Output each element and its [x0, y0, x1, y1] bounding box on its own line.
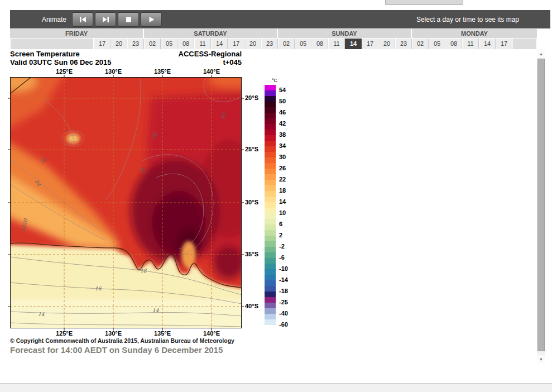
time-cell-monday-02[interactable]: 02 [412, 39, 429, 49]
time-cell-sunday-23[interactable]: 23 [395, 39, 412, 49]
day-header-friday[interactable]: FRIDAY [10, 29, 143, 38]
lon-label: 130°E [99, 68, 127, 75]
time-cell-saturday-20[interactable]: 20 [244, 39, 261, 49]
legend-label: -2 [279, 243, 285, 250]
scroll-up-arrow-icon[interactable]: ▲ [537, 50, 545, 58]
skip-to-start-icon [79, 16, 87, 23]
timeline: FRIDAYSATURDAYSUNDAYMONDAY 1720230205081… [10, 29, 537, 49]
legend-value-labels: 54504642383430262218141062-2-6-10-14-18-… [279, 85, 304, 325]
legend-segment [265, 264, 276, 269]
time-cell-friday-17[interactable]: 17 [94, 39, 111, 49]
legend-segment [265, 197, 276, 202]
legend-segment [265, 219, 276, 224]
map-panel: Screen Temperature ACCESS-Regional Valid… [10, 49, 537, 364]
stop-icon [125, 16, 132, 23]
time-row-filler [10, 39, 94, 49]
legend-segment [265, 85, 276, 90]
time-cell-sunday-02[interactable]: 02 [278, 39, 295, 49]
legend-segment [265, 258, 276, 264]
time-cell-sunday-20[interactable]: 20 [378, 39, 395, 49]
legend-segment [265, 252, 276, 258]
legend-segment [265, 303, 276, 308]
legend-segment [265, 135, 276, 141]
legend-segment [265, 191, 276, 197]
time-cell-monday-17[interactable]: 17 [496, 39, 512, 49]
contour-label: 18 [140, 268, 147, 274]
day-header-monday[interactable]: MONDAY [412, 29, 537, 38]
play-button[interactable] [141, 12, 162, 27]
legend-segment [265, 280, 276, 286]
legend-label: -40 [279, 310, 288, 317]
time-row-filler [512, 39, 537, 49]
time-cell-saturday-17[interactable]: 17 [228, 39, 244, 49]
scrollbar[interactable]: ▲ ▼ [537, 50, 545, 364]
animate-label: Animate [42, 16, 66, 23]
legend-unit-label: °C [272, 78, 277, 83]
model-name: ACCESS-Regional [10, 50, 242, 58]
legend-segment [265, 124, 276, 130]
time-cell-saturday-02[interactable]: 02 [144, 39, 161, 49]
temperature-map: 3840423424201818161414 [10, 77, 242, 328]
skip-to-end-icon [102, 16, 109, 23]
skip-to-start-button[interactable] [72, 12, 93, 27]
day-row: FRIDAYSATURDAYSUNDAYMONDAY [10, 29, 537, 38]
day-header-sunday[interactable]: SUNDAY [278, 29, 411, 38]
legend-label: 10 [279, 209, 286, 217]
legend-segment [265, 314, 276, 319]
toolbar-hint: Select a day or time to see its map [416, 16, 519, 23]
time-cell-monday-14[interactable]: 14 [479, 39, 496, 49]
time-cell-sunday-05[interactable]: 05 [295, 39, 311, 49]
time-cell-saturday-11[interactable]: 11 [194, 39, 211, 49]
legend-segment [265, 275, 276, 280]
legend-segment [265, 236, 276, 241]
copyright-text: © Copyright Commonwealth of Australia 20… [10, 337, 234, 344]
legend-label: -18 [279, 288, 288, 295]
day-header-saturday[interactable]: SATURDAY [144, 29, 277, 38]
time-cell-sunday-14[interactable]: 14 [345, 39, 362, 49]
legend-segment [265, 96, 276, 102]
time-cell-saturday-23[interactable]: 23 [261, 39, 278, 49]
time-cell-monday-08[interactable]: 08 [445, 39, 462, 49]
legend-segment [265, 224, 276, 230]
time-cell-sunday-08[interactable]: 08 [311, 39, 328, 49]
scroll-down-arrow-icon[interactable]: ▼ [537, 355, 545, 364]
contour-label: 14 [152, 308, 159, 313]
contour-label: 16 [95, 286, 102, 291]
time-cell-monday-11[interactable]: 11 [462, 39, 479, 49]
legend-segment [265, 152, 276, 157]
legend-segment [265, 269, 276, 275]
time-cell-friday-20[interactable]: 20 [111, 39, 127, 49]
contour-label: 14 [38, 312, 45, 317]
map-color-field: 3840423424201818161414 [0, 70, 258, 334]
legend-segment [265, 146, 276, 152]
longitude-labels-bottom: 125°E130°E135°E140°E [10, 330, 242, 337]
legend-segment [265, 157, 276, 163]
footer-strip [0, 383, 552, 392]
legend-segment [265, 107, 276, 113]
skip-to-end-button[interactable] [95, 12, 116, 27]
legend-segment [265, 180, 276, 185]
time-cell-friday-23[interactable]: 23 [127, 39, 144, 49]
legend-segment [265, 230, 276, 236]
time-cell-sunday-17[interactable]: 17 [362, 39, 378, 49]
stop-button[interactable] [118, 12, 139, 27]
legend-segment [265, 130, 276, 135]
lon-label: 135°E [148, 68, 176, 75]
legend-label: 54 [279, 87, 286, 94]
lon-label: 125°E [50, 68, 78, 75]
legend-segment [265, 297, 276, 303]
legend-segment [265, 141, 276, 146]
legend-label: 18 [279, 187, 286, 194]
legend-label: 6 [279, 221, 282, 228]
scroll-thumb[interactable] [537, 59, 545, 351]
temperature-legend: °C 54504642383430262218141062-2-6-10-14-… [265, 77, 309, 335]
legend-label: -6 [279, 254, 285, 261]
time-cell-saturday-14[interactable]: 14 [211, 39, 228, 49]
time-cell-sunday-11[interactable]: 11 [328, 39, 345, 49]
time-cell-saturday-05[interactable]: 05 [161, 39, 177, 49]
legend-label: 22 [279, 176, 286, 183]
legend-label: 42 [279, 120, 286, 127]
time-cell-saturday-08[interactable]: 08 [177, 39, 194, 49]
longitude-labels-top: 125°E130°E135°E140°E [10, 68, 242, 75]
time-cell-monday-05[interactable]: 05 [429, 39, 445, 49]
